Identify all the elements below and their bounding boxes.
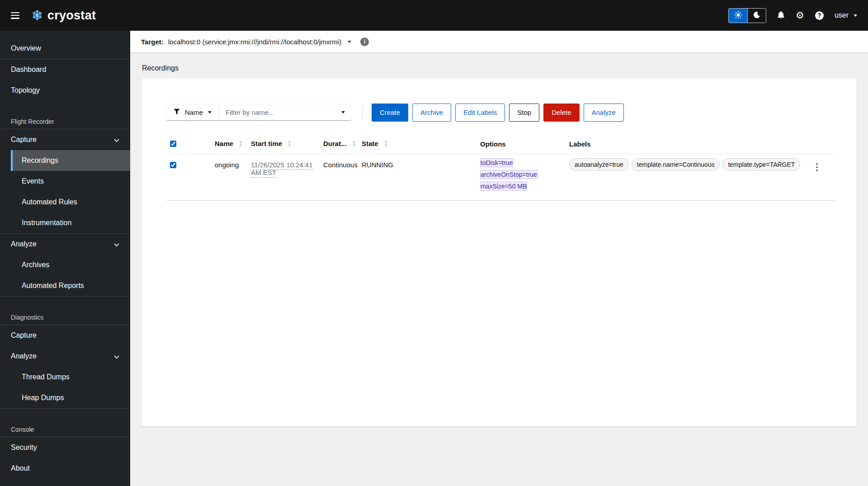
option-chip: toDisk=true (480, 158, 513, 167)
chevron-down-icon (854, 14, 857, 17)
analyze-button[interactable]: Analyze (584, 104, 624, 122)
sort-icon (287, 141, 292, 148)
sidebar-item-thread-dumps[interactable]: Thread Dumps (11, 367, 130, 387)
sidebar-item-security[interactable]: Security (0, 437, 130, 458)
sidebar-item-dashboard[interactable]: Dashboard (0, 59, 130, 80)
sidebar-section-flight-recorder: Flight Recorder (0, 114, 130, 129)
sidebar-item-about[interactable]: About (0, 458, 130, 479)
recording-name-cell: ongoing (211, 154, 247, 201)
chevron-down-icon (114, 240, 119, 248)
sidebar-item-archives[interactable]: Archives (11, 255, 130, 275)
filter-attribute-label: Name (185, 109, 203, 116)
filter-input-wrap (219, 104, 351, 120)
edit-labels-button[interactable]: Edit Labels (455, 104, 505, 122)
column-header-name[interactable]: Name (211, 134, 247, 154)
filter-attribute-toggle[interactable]: Name (167, 104, 219, 120)
toolbar-separator (362, 106, 363, 119)
masthead: ❄c cryostat ⚙ ? us (0, 0, 868, 31)
stop-button[interactable]: Stop (509, 104, 539, 122)
label-chip: template.type=TARGET (722, 158, 800, 171)
options-cell: toDisk=true archiveOnStop=true maxSize=5… (476, 154, 566, 201)
table-row: ongoing 11/26/2025 10:24:41 AM EST Conti… (166, 154, 835, 201)
recordings-table: Name Start time Durat... State Op (166, 134, 835, 201)
option-chip: archiveOnStop=true (480, 170, 538, 179)
target-bar: Target: localhost:0 (service:jmx:rmi:///… (130, 31, 868, 52)
chevron-down-icon (114, 352, 119, 360)
chevron-down-icon (114, 136, 119, 144)
light-theme-button[interactable] (729, 9, 747, 23)
column-header-state[interactable]: State (358, 134, 476, 154)
user-menu-label: user (835, 11, 849, 19)
chevron-down-icon (208, 111, 212, 113)
sidebar-item-recordings[interactable]: Recordings (11, 150, 130, 171)
masthead-toolbar: ⚙ ? user (728, 8, 857, 23)
nav-divider (0, 296, 130, 297)
sidebar-item-automated-reports[interactable]: Automated Reports (11, 275, 130, 296)
create-button[interactable]: Create (372, 104, 408, 122)
target-info-icon[interactable]: i (360, 38, 369, 46)
table-header-row: Name Start time Durat... State Op (166, 134, 835, 154)
kebab-menu-button[interactable] (813, 161, 821, 174)
page-title: Recordings (142, 64, 857, 72)
user-menu[interactable]: user (835, 11, 857, 19)
delete-button[interactable]: Delete (543, 104, 579, 122)
gear-icon: ⚙ (796, 11, 804, 20)
sun-icon (734, 11, 742, 20)
recordings-toolbar: Name Create Archive Edit Labels Stop Del… (166, 104, 835, 122)
snowflake-logo-icon: ❄c (31, 8, 43, 23)
sort-icon (352, 141, 357, 148)
help-button[interactable]: ? (815, 11, 824, 20)
theme-toggle-group (728, 8, 766, 23)
name-filter-input[interactable] (225, 108, 341, 117)
state-cell: RUNNING (358, 154, 476, 201)
select-all-checkbox[interactable] (170, 141, 176, 147)
sidebar: Overview Dashboard Topology Flight Recor… (0, 31, 130, 486)
moon-icon (753, 11, 760, 20)
sidebar-section-diagnostics: Diagnostics (0, 310, 130, 325)
nav-toggle-button[interactable] (11, 12, 19, 19)
recordings-card: Name Create Archive Edit Labels Stop Del… (142, 78, 857, 426)
brand-logo[interactable]: ❄c cryostat (31, 8, 96, 23)
sidebar-item-instrumentation[interactable]: Instrumentation (11, 212, 130, 233)
labels-cell: autoanalyze=truetemplate.name=Continuous… (566, 154, 810, 201)
sidebar-item-automated-rules[interactable]: Automated Rules (11, 192, 130, 212)
question-icon: ? (815, 11, 824, 20)
sidebar-item-analyze[interactable]: Analyze (0, 234, 130, 255)
target-label: Target: (141, 38, 164, 46)
column-header-actions (810, 134, 835, 154)
bell-icon (777, 11, 785, 20)
sidebar-item-capture[interactable]: Capture (0, 129, 130, 150)
sidebar-item-overview[interactable]: Overview (0, 38, 130, 59)
archive-button[interactable]: Archive (412, 104, 451, 122)
column-header-duration[interactable]: Durat... (320, 134, 358, 154)
target-value: localhost:0 (service:jmx:rmi:///jndi/rmi… (168, 38, 341, 46)
chevron-down-icon[interactable] (341, 111, 345, 113)
start-time-cell: 11/26/2025 10:24:41 AM EST (247, 154, 320, 201)
sort-icon (383, 141, 388, 148)
column-header-labels: Labels (566, 134, 810, 154)
content-area: Recordings Name (130, 52, 868, 486)
sort-icon (238, 141, 243, 148)
target-select[interactable]: localhost:0 (service:jmx:rmi:///jndi/rmi… (168, 38, 351, 46)
sidebar-item-analyze-diagnostics[interactable]: Analyze (0, 346, 130, 367)
filter-funnel-icon (174, 109, 180, 116)
column-header-start-time[interactable]: Start time (247, 134, 320, 154)
settings-button[interactable]: ⚙ (796, 11, 804, 20)
chevron-down-icon (348, 41, 351, 43)
notifications-button[interactable] (777, 11, 785, 20)
sidebar-item-topology[interactable]: Topology (0, 80, 130, 101)
label-chip: template.name=Continuous (632, 158, 720, 171)
column-header-options: Options (476, 134, 566, 154)
sidebar-item-capture-diagnostics[interactable]: Capture (0, 325, 130, 346)
sidebar-item-heap-dumps[interactable]: Heap Dumps (11, 387, 130, 408)
label-chip: autoanalyze=true (569, 158, 629, 171)
dark-theme-button[interactable] (747, 9, 766, 23)
brand-name: cryostat (47, 9, 96, 23)
nav-divider (0, 408, 130, 409)
option-chip: maxSize=50 MB (480, 182, 527, 191)
row-checkbox[interactable] (170, 162, 176, 168)
filter-group: Name (166, 104, 351, 121)
main-area: Target: localhost:0 (service:jmx:rmi:///… (130, 31, 868, 486)
row-actions-cell (810, 154, 835, 201)
sidebar-item-events[interactable]: Events (11, 171, 130, 192)
